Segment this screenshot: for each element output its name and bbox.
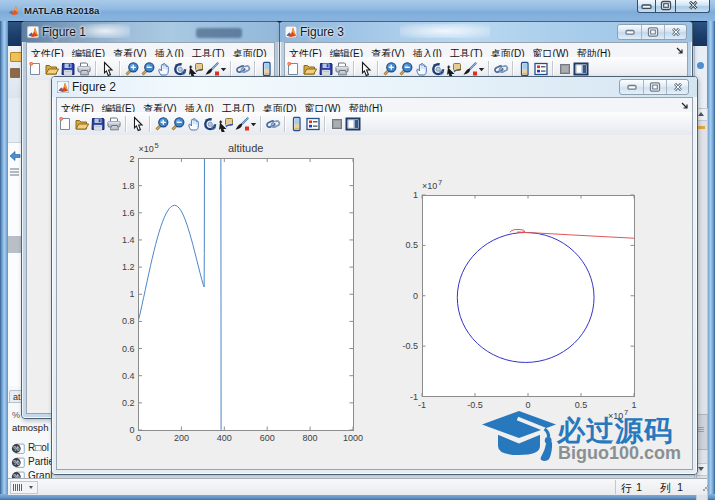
print-figure-icon[interactable] (106, 116, 122, 132)
rotate-3d-icon[interactable] (430, 61, 446, 77)
screen: MATLAB R2018a (0, 0, 715, 500)
rotate-3d-icon[interactable] (202, 116, 218, 132)
toolbar-separator (552, 61, 554, 77)
insert-colorbar-icon[interactable] (259, 61, 274, 77)
figure1-title: Figure 1 (42, 25, 86, 39)
svg-text:%: % (13, 445, 20, 452)
open-file-icon[interactable] (74, 116, 90, 132)
insert-colorbar-icon[interactable] (517, 61, 533, 77)
file-list-item[interactable]: % R□ol (11, 441, 51, 454)
svg-text:×10: ×10 (422, 181, 437, 191)
close-button[interactable] (676, 0, 710, 13)
toolbar-separator (284, 116, 286, 132)
figure3-menubar[interactable]: 文件(F)编辑(E)查看(V)插入(I)工具(T)桌面(D)窗口(W)帮助(H) (285, 43, 687, 58)
svg-text:1.4: 1.4 (122, 235, 135, 245)
show-plot-tools-icon[interactable] (573, 61, 589, 77)
new-figure-icon[interactable] (286, 61, 302, 77)
edit-plot-icon[interactable] (358, 61, 374, 77)
zoom-out-icon[interactable] (170, 116, 186, 132)
hide-plot-tools-icon[interactable] (557, 61, 573, 77)
close-button[interactable] (664, 25, 686, 39)
figure-window-icon (285, 26, 297, 38)
pan-icon[interactable] (414, 61, 430, 77)
svg-text:0.4: 0.4 (122, 371, 135, 381)
save-figure-icon[interactable] (60, 61, 76, 77)
svg-text:%: % (13, 459, 20, 466)
file-list-item[interactable]: % Partie (11, 455, 51, 468)
open-file-icon[interactable] (44, 61, 60, 77)
status-mini-toolbar[interactable] (10, 481, 38, 494)
figure1-titlebar[interactable]: Figure 1 (22, 22, 279, 42)
link-plot-icon[interactable] (493, 61, 509, 77)
zoom-out-icon[interactable] (140, 61, 156, 77)
watermark: 必过源码 Biguo100.com (479, 406, 707, 468)
svg-text:600: 600 (260, 433, 275, 443)
close-button[interactable] (666, 80, 688, 94)
svg-text:0.5: 0.5 (405, 240, 418, 250)
figure1-menubar[interactable]: 文件(F)编辑(E)查看(V)插入(I)工具(T)桌面(D)窗口(W)帮助(H) (27, 43, 274, 58)
data-cursor-icon[interactable] (218, 116, 234, 132)
pan-icon[interactable] (156, 61, 172, 77)
link-plot-icon[interactable] (235, 61, 251, 77)
insert-legend-icon[interactable] (533, 61, 549, 77)
matlab-logo-icon (8, 5, 19, 16)
toolbar-separator (488, 61, 490, 77)
minimize-button[interactable] (637, 0, 656, 13)
figure2-menubar[interactable]: 文件(F)编辑(E)查看(V)插入(I)工具(T)桌面(D)窗口(W)帮助(H) (57, 98, 692, 113)
dropdown-icon[interactable] (250, 116, 257, 132)
svg-text:×10: ×10 (139, 144, 154, 154)
figure3-titlebar[interactable]: Figure 3 (280, 22, 692, 42)
print-figure-icon[interactable] (76, 61, 92, 77)
dropdown-icon[interactable] (220, 61, 227, 77)
orbit-plot: -1-0.500.51-1-0.500.51×107×107 (395, 175, 665, 432)
svg-text:0.8: 0.8 (122, 316, 135, 326)
toolbar-separator (512, 61, 514, 77)
divider (615, 480, 616, 494)
brush-icon[interactable] (234, 116, 250, 132)
svg-text:1000: 1000 (343, 433, 363, 443)
pan-icon[interactable] (186, 116, 202, 132)
figure2-caption-buttons (619, 79, 689, 95)
back-arrow-icon[interactable] (9, 150, 21, 162)
print-figure-icon[interactable] (334, 61, 350, 77)
file-detail-name: atmosph (12, 422, 48, 433)
save-figure-icon[interactable] (90, 116, 106, 132)
menu-overflow-icon[interactable] (676, 47, 684, 55)
brush-icon[interactable] (462, 61, 478, 77)
svg-text:0.6: 0.6 (122, 344, 135, 354)
figure2-toolbar[interactable] (57, 112, 692, 136)
dropdown-icon[interactable] (478, 61, 485, 77)
edit-plot-icon[interactable] (100, 61, 116, 77)
insert-legend-icon[interactable] (305, 116, 321, 132)
toolbar-separator (377, 61, 379, 77)
svg-text:1.6: 1.6 (122, 208, 135, 218)
maximize-button[interactable] (643, 80, 666, 94)
hide-plot-tools-icon[interactable] (329, 116, 345, 132)
show-plot-tools-icon[interactable] (345, 116, 361, 132)
minimize-button[interactable] (618, 25, 641, 39)
figure2-titlebar[interactable]: Figure 2 (52, 77, 697, 97)
rotate-3d-icon[interactable] (172, 61, 188, 77)
data-cursor-icon[interactable] (446, 61, 462, 77)
menu-overflow-icon[interactable] (681, 102, 689, 110)
zoom-in-icon[interactable] (154, 116, 170, 132)
maximize-button[interactable] (656, 0, 676, 13)
save-figure-icon[interactable] (318, 61, 334, 77)
toolbar-separator (254, 61, 256, 77)
toolbar-separator (149, 116, 151, 132)
zoom-out-icon[interactable] (398, 61, 414, 77)
figure3-title: Figure 3 (300, 25, 344, 39)
data-cursor-icon[interactable] (188, 61, 204, 77)
brush-icon[interactable] (204, 61, 220, 77)
edit-plot-icon[interactable] (130, 116, 146, 132)
open-file-icon[interactable] (302, 61, 318, 77)
new-figure-icon[interactable] (58, 116, 74, 132)
link-plot-icon[interactable] (265, 116, 281, 132)
minimize-button[interactable] (620, 80, 643, 94)
insert-colorbar-icon[interactable] (289, 116, 305, 132)
new-figure-icon[interactable] (28, 61, 44, 77)
zoom-in-icon[interactable] (382, 61, 398, 77)
maximize-button[interactable] (641, 25, 664, 39)
resize-grip[interactable] (700, 482, 710, 492)
zoom-in-icon[interactable] (124, 61, 140, 77)
